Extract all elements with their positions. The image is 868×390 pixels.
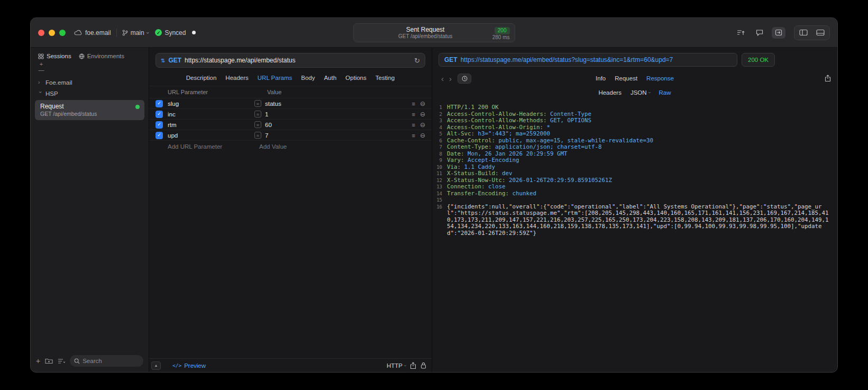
param-name[interactable]: upd xyxy=(168,132,254,139)
param-value[interactable]: 1 xyxy=(265,111,268,117)
subtab-json[interactable]: JSON› xyxy=(631,89,650,96)
tab-url-params[interactable]: URL Params xyxy=(258,75,292,81)
sidebar-search[interactable] xyxy=(70,355,143,367)
param-value[interactable]: 7 xyxy=(265,132,268,139)
line-number: 9 xyxy=(435,157,447,164)
param-value[interactable]: status xyxy=(265,101,281,107)
comments-icon[interactable] xyxy=(753,27,766,39)
tab-environments[interactable]: Environments xyxy=(79,53,124,59)
history-forward-icon[interactable]: › xyxy=(446,74,454,83)
chevron-down-icon: › xyxy=(38,92,43,96)
param-checkbox[interactable]: ✓ xyxy=(156,111,163,118)
param-value-cell: =1 xyxy=(254,111,412,117)
branch-menu[interactable]: main › xyxy=(122,29,149,37)
titlebar: foe.email main › ✓ Synced Sent Request G… xyxy=(31,18,837,48)
request-panel: ⇅ GET https://statuspage.me/api/embed/st… xyxy=(149,48,432,372)
row-remove-icon[interactable]: ⊖ xyxy=(420,132,425,139)
bottom-panel-toggle-icon[interactable] xyxy=(814,27,827,39)
protocol-selector[interactable]: HTTP › xyxy=(387,362,406,369)
row-remove-icon[interactable]: ⊖ xyxy=(420,121,425,129)
sort-filter-icon[interactable] xyxy=(734,27,747,39)
tab-body[interactable]: Body xyxy=(301,75,315,81)
export-response-icon[interactable] xyxy=(825,75,831,82)
traffic-lights xyxy=(38,30,66,36)
header-value: dev xyxy=(499,170,513,177)
lock-icon[interactable] xyxy=(421,362,426,369)
tab-testing[interactable]: Testing xyxy=(376,75,395,81)
row-remove-icon[interactable]: ⊖ xyxy=(420,111,425,118)
add-url-parameter-placeholder[interactable]: Add URL Parameter xyxy=(168,143,259,150)
row-menu-icon[interactable]: ≡ xyxy=(412,111,415,117)
history-back-icon[interactable]: ‹ xyxy=(438,74,446,83)
activity-title: Sent Request xyxy=(359,26,492,33)
minimize-window-button[interactable] xyxy=(49,30,55,36)
row-remove-icon[interactable]: ⊖ xyxy=(420,100,425,107)
header-name: Vary: xyxy=(447,157,464,164)
new-folder-button[interactable] xyxy=(45,358,53,364)
row-menu-icon[interactable]: ≡ xyxy=(412,122,415,128)
line-number: 3 xyxy=(435,117,447,124)
tab-response[interactable]: Response xyxy=(646,75,674,81)
header-name: X-Status-Build: xyxy=(447,170,499,177)
search-input[interactable] xyxy=(83,358,139,364)
line-number: 6 xyxy=(435,138,447,144)
header-name: Access-Control-Allow-Origin: xyxy=(447,124,543,131)
expand-panel-button[interactable]: ▲ xyxy=(151,361,161,370)
add-item-button[interactable]: + xyxy=(38,61,44,67)
sent-request-url-box[interactable]: GET https://statuspage.me/api/embed/stat… xyxy=(438,53,737,67)
param-checkbox[interactable]: ✓ xyxy=(156,132,163,139)
import-export-button[interactable] xyxy=(772,27,785,39)
add-request-button[interactable]: + xyxy=(36,357,40,365)
tab-options[interactable]: Options xyxy=(345,75,367,81)
add-value-placeholder[interactable]: Add Value xyxy=(259,143,287,150)
sync-status[interactable]: ✓ Synced xyxy=(155,29,186,37)
line-number: 14 xyxy=(435,191,447,197)
search-icon xyxy=(74,358,80,364)
param-checkbox[interactable]: ✓ xyxy=(156,121,163,129)
tab-auth[interactable]: Auth xyxy=(324,75,336,81)
tab-sessions[interactable]: Sessions xyxy=(38,53,71,59)
param-name[interactable]: rtm xyxy=(168,122,254,128)
activity-subtitle: GET /api/embed/status xyxy=(359,33,492,40)
tree-group-foe-email[interactable]: › Foe.email xyxy=(35,77,144,88)
tab-request[interactable]: Request xyxy=(615,75,637,81)
subtab-headers[interactable]: Headers xyxy=(598,89,621,96)
refresh-icon[interactable]: ↻ xyxy=(414,57,420,65)
line-number: 16 xyxy=(435,204,447,211)
header-value: application/json; charset=utf-8 xyxy=(492,143,602,150)
param-row-actions: ≡⊖ xyxy=(412,121,425,129)
request-method[interactable]: GET xyxy=(168,57,181,64)
subtab-raw[interactable]: Raw xyxy=(659,89,671,96)
activity-pill[interactable]: Sent Request GET /api/embed/status 200 2… xyxy=(353,23,515,42)
left-sidebar-toggle-icon[interactable] xyxy=(797,27,810,39)
tab-headers[interactable]: Headers xyxy=(225,75,248,81)
request-success-dot xyxy=(135,105,140,109)
sidebar-tree: › Foe.email › HSP xyxy=(31,75,149,99)
row-menu-icon[interactable]: ≡ xyxy=(412,101,415,107)
param-value[interactable]: 60 xyxy=(265,122,272,128)
preview-button[interactable]: </> Preview xyxy=(172,362,206,369)
param-value-cell: =60 xyxy=(254,121,412,128)
collapse-items-button[interactable]: — xyxy=(38,67,44,72)
tree-group-hsp[interactable]: › HSP xyxy=(35,88,144,99)
history-clock-button[interactable] xyxy=(458,74,471,84)
param-add-row: Add URL Parameter Add Value xyxy=(149,141,432,152)
response-code: 1HTTP/1.1 200 OK2Access-Control-Allow-He… xyxy=(432,100,837,372)
sort-list-button[interactable] xyxy=(58,358,65,364)
param-row: ✓upd=7≡⊖ xyxy=(149,130,432,141)
close-window-button[interactable] xyxy=(38,30,44,36)
request-url[interactable]: https://statuspage.me/api/embed/status xyxy=(185,57,411,64)
project-menu[interactable]: foe.email xyxy=(74,29,111,37)
zoom-window-button[interactable] xyxy=(59,30,66,36)
param-name[interactable]: slug xyxy=(168,101,254,107)
request-url-bar[interactable]: ⇅ GET https://statuspage.me/api/embed/st… xyxy=(156,53,425,68)
tab-info[interactable]: Info xyxy=(596,75,606,81)
tab-description[interactable]: Description xyxy=(186,75,217,81)
column-url-parameter: URL Parameter xyxy=(168,89,254,95)
row-menu-icon[interactable]: ≡ xyxy=(412,132,415,139)
sidebar-request-item[interactable]: Request GET /api/embed/status xyxy=(35,100,144,120)
method-stepper-icon[interactable]: ⇅ xyxy=(161,58,165,64)
param-checkbox[interactable]: ✓ xyxy=(156,100,163,107)
param-name[interactable]: inc xyxy=(168,111,254,117)
share-icon[interactable] xyxy=(410,362,416,369)
